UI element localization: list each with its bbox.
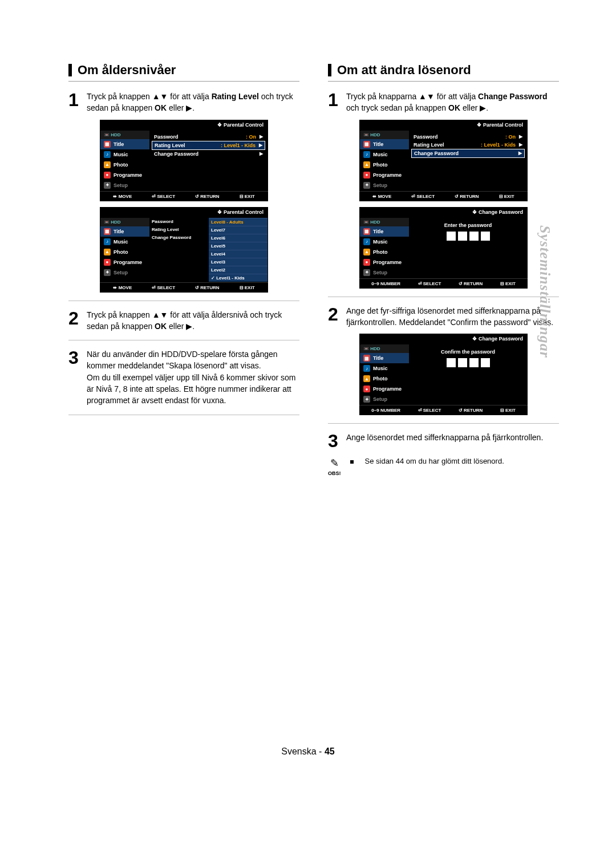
prompt-enter-password: Enter the password [444,222,492,228]
section-heading-left: Om åldersnivåer [68,63,299,78]
photo-icon: ▲ [363,161,370,168]
osd-title: Parental Control [100,120,268,130]
step-1-right: 1 Tryck på knapparna ▲▼ för att välja Ch… [328,91,559,114]
photo-icon: ▲ [104,249,111,255]
section-divider [68,81,299,82]
programme-icon: ● [363,259,370,266]
osd-nav: HDD ▦Title ♪Music ▲Photo ●Programme ✦Set… [100,131,149,190]
photo-icon: ▲ [363,375,370,382]
title-icon: ▦ [363,355,370,362]
step-3-left: 3 När du använder din HDD/DVD-spelare fö… [68,348,299,406]
setup-icon: ✦ [363,396,370,403]
osd-levels-list: PasswordLevel8 - Adults Rating LevelLeve… [149,218,268,282]
side-tab-label: Systeminställningar [536,225,553,358]
note-block: ✎ OBS! Se sidan 44 om du har glömt ditt … [328,457,559,476]
password-input-boxes [447,358,490,367]
nav-setup: ✦Setup [100,180,149,190]
note-text: Se sidan 44 om du har glömt ditt lösenor… [365,457,504,465]
title-icon: ▦ [363,141,370,148]
nav-photo: ▲Photo [100,160,149,170]
photo-icon: ▲ [363,249,370,255]
step-3-right: 3 Ange lösenordet med sifferknapparna på… [328,432,559,450]
osd-nav: HDD ▦Title ♪Music ▲Photo ●Programme ✦Set… [100,218,149,282]
step-2-left: 2 Tryck på knappen ▲▼ för att välja ålde… [68,309,299,332]
bullet-icon [350,460,354,464]
programme-icon: ● [363,172,370,178]
music-icon: ♪ [104,238,111,245]
setup-icon: ✦ [363,269,370,276]
step-2-right: 2 Ange det fyr-siffriga lösenordet med s… [328,305,559,328]
nav-programme: ●Programme [100,170,149,180]
setup-icon: ✦ [363,182,370,189]
osd-content: Password: On▶ Rating Level: Level1 - Kid… [149,131,268,190]
section-heading-right: Om att ändra lösenord [328,63,559,78]
osd-screenshot-levels: Parental Control HDD ▦Title ♪Music ▲Phot… [100,207,268,293]
programme-icon: ● [363,386,370,392]
title-icon: ▦ [104,141,111,148]
osd-footer: ⬌ MOVE ⏎ SELECT ↺ RETURN ⊟ EXIT [100,191,268,201]
step-number: 1 [68,91,81,114]
nav-music: ♪Music [100,149,149,160]
programme-icon: ● [104,259,111,266]
photo-icon: ▲ [104,161,111,168]
step-1-left: 1 Tryck på knappen ▲▼ för att välja Rati… [68,91,299,114]
osd-screenshot-confirmpw: Change Password HDD ▦Title ♪Music ▲Photo… [359,334,528,415]
password-input-boxes [447,232,490,241]
heading-bar-icon [328,64,331,76]
nav-hdd: HDD [100,131,149,139]
nav-title: ▦Title [100,139,149,149]
music-icon: ♪ [363,238,370,245]
prompt-confirm-password: Confirm the password [441,349,495,355]
step-text: Tryck på knappen ▲▼ för att välja Rating… [87,91,299,114]
heading-bar-icon [68,64,72,76]
music-icon: ♪ [104,151,111,158]
title-icon: ▦ [104,228,111,235]
programme-icon: ● [104,172,111,178]
heading-left-text: Om åldersnivåer [78,63,176,78]
note-icon: ✎ OBS! [328,457,341,476]
osd-title: Parental Control [100,207,268,217]
setup-icon: ✦ [104,182,111,189]
setup-icon: ✦ [104,269,111,276]
osd-screenshot-rating: Parental Control HDD ▦Title ♪Music ▲Phot… [100,120,268,201]
osd-screenshot-enterpw: Change Password HDD ▦Title ♪Music ▲Photo… [359,207,528,289]
page-footer: Svenska - 45 [0,746,616,757]
heading-right-text: Om att ändra lösenord [337,63,471,78]
music-icon: ♪ [363,151,370,158]
music-icon: ♪ [363,365,370,372]
title-icon: ▦ [363,228,370,235]
osd-screenshot-changepw: Parental Control HDD ▦Title ♪Music ▲Phot… [359,120,528,201]
